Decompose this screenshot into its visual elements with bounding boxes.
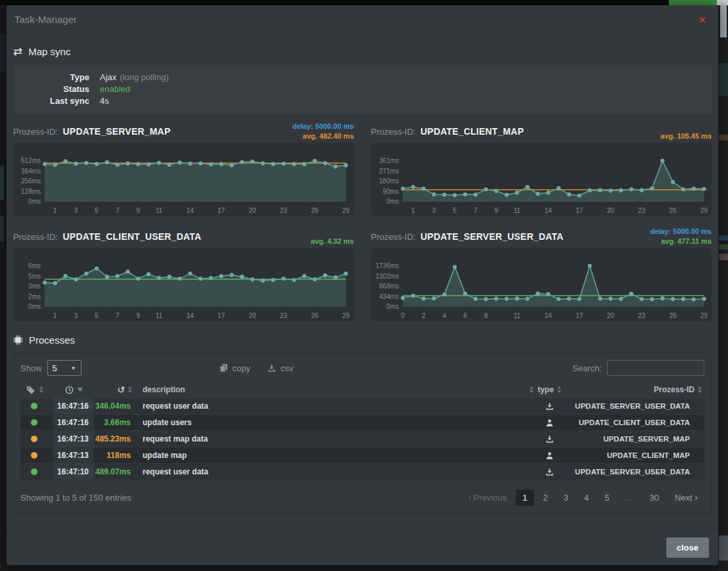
processes-table: ↺ description type Prozess-ID [20, 382, 704, 480]
sort-icon [39, 386, 43, 393]
time-cell: 16:47:16 [53, 398, 94, 414]
task-manager-modal: Task-Manager ✕ ⇄ Map sync Type Ajax(long… [7, 5, 718, 565]
prozess-id-cell: UPDATE_CLIENT_USER_DATA [565, 415, 704, 430]
underlying-page-fragment [0, 216, 4, 242]
prozess-id-value: UPDATE_CLIENT_MAP [421, 126, 524, 137]
sort-header-prozess-id[interactable]: Prozess-ID [565, 385, 704, 394]
svg-text:11: 11 [156, 207, 163, 214]
svg-text:6: 6 [463, 312, 467, 319]
svg-text:7: 7 [116, 312, 120, 319]
underlying-page-fragment [719, 244, 728, 250]
page-length-control: Show 5 ▼ [20, 360, 81, 376]
svg-text:271ms: 271ms [379, 168, 399, 175]
page-background: Task-Manager ✕ ⇄ Map sync Type Ajax(long… [0, 0, 728, 571]
description-cell: request user data [136, 464, 534, 480]
avg-stat: avg. 4.32 ms [311, 237, 353, 246]
prozess-id-value: UPDATE_SERVER_USER_DATA [421, 231, 564, 242]
tag-icon [26, 386, 35, 394]
svg-text:29: 29 [700, 312, 708, 319]
pagination-page-3[interactable]: 3 [557, 490, 575, 506]
close-button[interactable]: close [666, 537, 709, 558]
pagination-ellipsis: … [619, 490, 641, 506]
chart-panel: 1736ms1302ms868ms434ms0ms024681114172023… [371, 248, 712, 321]
table-row: 16:47:10 489.07ms request user data UPDA… [20, 464, 704, 480]
delay-stat: delay: 5000.00 ms [650, 227, 712, 237]
underlying-page-fragment [0, 166, 4, 200]
sort-descending-icon [78, 388, 83, 392]
csv-button[interactable]: csv [267, 363, 294, 373]
type-cell [534, 415, 565, 430]
svg-text:17: 17 [576, 207, 583, 214]
pagination-previous[interactable]: ‹ Previous [461, 489, 513, 506]
sort-header-duration[interactable]: ↺ [94, 385, 136, 394]
modal-header: Task-Manager ✕ [7, 5, 718, 34]
svg-text:3: 3 [74, 312, 78, 319]
chart-title: Prozess-ID: UPDATE_SERVER_USER_DATA [371, 231, 564, 242]
sort-header-type[interactable]: type [534, 385, 565, 394]
chart-panel: 361ms271ms180ms90ms0ms135791114172023262… [371, 143, 712, 216]
svg-text:90ms: 90ms [382, 188, 398, 195]
scrollbar-thumb [720, 2, 727, 37]
svg-text:29: 29 [700, 207, 708, 214]
svg-text:0ms: 0ms [386, 304, 399, 311]
svg-text:0: 0 [401, 312, 405, 319]
status-cell [20, 398, 53, 414]
copy-button[interactable]: copy [219, 363, 250, 373]
processes-heading: Processes [13, 334, 712, 346]
chart-header: Prozess-ID: UPDATE_SERVER_USER_DATA dela… [371, 225, 712, 248]
svg-text:23: 23 [638, 312, 646, 319]
avg-stat: avg. 477.11 ms [650, 237, 712, 246]
entries-summary: Showing 1 to 5 of 150 entries [20, 493, 131, 503]
sort-icon [698, 386, 702, 393]
status-cell [20, 415, 53, 430]
chart-cell: Prozess-ID: UPDATE_SERVER_USER_DATA dela… [371, 225, 712, 321]
charts-grid: Prozess-ID: UPDATE_SERVER_MAP delay: 500… [13, 120, 712, 321]
svg-text:29: 29 [342, 207, 350, 214]
duration-cell: 346.04ms [94, 398, 136, 414]
svg-text:9: 9 [137, 312, 141, 319]
chart-header: Prozess-ID: UPDATE_SERVER_MAP delay: 500… [13, 120, 354, 143]
pagination-page-30[interactable]: 30 [643, 490, 666, 506]
clock-icon [65, 386, 74, 394]
svg-text:23: 23 [280, 207, 288, 214]
chart-header: Prozess-ID: UPDATE_CLIENT_USER_DATA avg.… [13, 225, 354, 248]
search-input[interactable] [607, 360, 704, 376]
svg-text:9: 9 [494, 207, 498, 214]
description-cell: request map data [136, 431, 534, 447]
chart-title: Prozess-ID: UPDATE_CLIENT_MAP [371, 126, 524, 137]
svg-text:17: 17 [217, 312, 225, 319]
server-download-icon [545, 402, 554, 411]
prozess-id-label: Prozess-ID: [371, 127, 416, 137]
duration-cell: 118ms [94, 447, 136, 463]
time-cell: 16:47:13 [53, 447, 94, 463]
svg-text:23: 23 [638, 207, 646, 214]
page-length-select[interactable]: 5 ▼ [47, 360, 81, 376]
prozess-id-cell: UPDATE_CLIENT_MAP [565, 447, 704, 463]
svg-text:17: 17 [576, 312, 583, 319]
map-sync-info-panel: Type Ajax(long polling) Status enabled L… [13, 65, 712, 114]
prozess-id-label: Prozess-ID: [371, 232, 416, 242]
pagination-page-5[interactable]: 5 [598, 490, 616, 506]
svg-text:2: 2 [421, 312, 425, 319]
search-label: Search: [572, 363, 602, 373]
table-header-row: ↺ description type Prozess-ID [20, 382, 704, 398]
pagination-page-2[interactable]: 2 [537, 490, 555, 506]
pagination-next[interactable]: Next › [668, 489, 704, 506]
pagination-page-4[interactable]: 4 [578, 490, 595, 506]
svg-text:0ms: 0ms [28, 198, 41, 206]
chart-panel: 512ms384ms256ms128ms0ms13579111417202326… [13, 143, 354, 216]
svg-text:6ms: 6ms [28, 262, 41, 269]
sort-header-status[interactable] [20, 386, 53, 394]
status-value: enabled [100, 83, 130, 95]
table-row: 16:47:13 118ms update map UPDATE_CLIENT_… [20, 447, 704, 463]
svg-text:3ms: 3ms [28, 283, 41, 290]
svg-text:26: 26 [311, 207, 319, 214]
chart-header: Prozess-ID: UPDATE_CLIENT_MAP avg. 105.4… [371, 120, 712, 143]
underlying-page-fragment [669, 0, 720, 5]
close-icon[interactable]: ✕ [694, 12, 710, 28]
pagination-page-1[interactable]: 1 [516, 490, 534, 506]
sort-header-time[interactable] [53, 386, 94, 394]
sort-header-description[interactable]: description [136, 385, 534, 394]
svg-text:0ms: 0ms [28, 304, 41, 311]
svg-text:361ms: 361ms [379, 157, 399, 164]
